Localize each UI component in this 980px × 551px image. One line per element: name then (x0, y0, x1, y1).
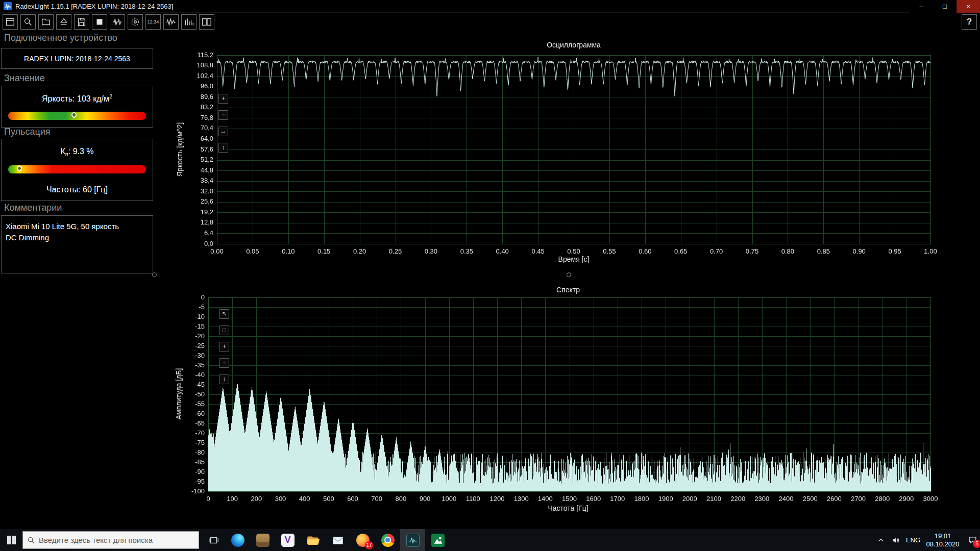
open-file-button[interactable] (38, 14, 54, 30)
stop-icon (94, 16, 105, 28)
search-button[interactable] (20, 14, 36, 30)
tray-clock[interactable]: 19:01 08.10.2020 (923, 529, 963, 551)
taskbar-app-chrome[interactable] (375, 529, 400, 551)
pulsation-value: Кп: 9.3 % (2, 147, 153, 157)
taskbar-app-radexlight[interactable] (400, 529, 425, 551)
screen: RadexLight 1.15.1 [RADEX LUPIN: 2018-12-… (0, 0, 980, 551)
pulsation-box: Кп: 9.3 % Частоты: 60 [Гц] (1, 139, 153, 201)
task-view-icon (208, 535, 219, 546)
brightness-scale-bar (8, 112, 146, 120)
spec-zoom-out-button[interactable]: − (219, 358, 229, 368)
tray-language[interactable]: ENG (903, 529, 923, 551)
edge-icon (231, 534, 244, 547)
task-view-button[interactable] (202, 529, 225, 551)
tray-chevron-button[interactable] (874, 529, 888, 551)
value-section-header: Значение (4, 73, 45, 84)
spectrum-y-axis-label: Амплитуда [дБ] (175, 368, 183, 420)
action-center-button[interactable]: 5 (963, 529, 980, 551)
oscillogram-title: Осциллограмма (217, 41, 930, 49)
toolbar: 12.34 (0, 13, 980, 31)
photos-icon (431, 534, 445, 547)
brightness-marker-icon (70, 111, 78, 118)
system-tray: ENG 19:01 08.10.2020 5 (874, 529, 980, 551)
tray-time: 19:01 (935, 532, 951, 540)
panels-layout-button[interactable] (199, 14, 214, 30)
settings-button[interactable] (128, 14, 143, 30)
search-icon (22, 16, 34, 28)
spectrum-x-axis-label: Частота [Гц] (208, 504, 928, 512)
taskbar-app-store[interactable] (250, 529, 275, 551)
device-section-header: Подключенное устройство (4, 33, 117, 43)
save-button[interactable] (74, 14, 89, 30)
waveform-button[interactable] (163, 14, 179, 30)
taskbar-apps: V 17 (225, 529, 450, 551)
eject-icon (58, 16, 69, 28)
comments-field[interactable]: Xiaomi Mi 10 Lite 5G, 50 яркость DC Dimm… (1, 215, 153, 273)
taskbar-search[interactable] (22, 531, 199, 549)
pulsation-scale-bar (8, 165, 146, 173)
comment-line: DC Dimming (6, 232, 149, 243)
start-button[interactable] (0, 529, 22, 551)
device-name: RADEX LUPIN: 2018-12-24 2563 (24, 55, 130, 63)
waveform-icon (165, 16, 177, 28)
pulsation-marker-icon (16, 165, 23, 172)
numeric-display-button[interactable]: 12.34 (145, 14, 161, 30)
taskbar-app-firefox[interactable]: 17 (350, 529, 375, 551)
stop-button[interactable] (92, 14, 107, 30)
sidebar-splitter-handle[interactable] (152, 272, 157, 277)
brightness-value: Яркость: 103 кд/м2 (2, 93, 153, 104)
close-button[interactable]: × (957, 0, 980, 13)
oscillogram-button[interactable] (110, 14, 125, 30)
spectrum-chart[interactable] (156, 282, 980, 516)
spectrum-button[interactable] (181, 14, 197, 30)
open-folder-icon (40, 16, 52, 28)
file-explorer-icon (306, 534, 320, 547)
tray-date: 08.10.2020 (926, 540, 959, 548)
gear-icon (130, 16, 141, 28)
spec-cursor-mode-button[interactable]: ↖ (219, 309, 229, 319)
tray-volume-button[interactable] (888, 529, 903, 551)
eject-button[interactable] (56, 14, 71, 30)
app-icon (4, 2, 12, 10)
window-layout-button[interactable] (3, 14, 18, 30)
spectrum-bars-icon (183, 16, 194, 28)
taskbar-app-edge[interactable] (225, 529, 250, 551)
search-input[interactable] (39, 536, 187, 544)
osc-fit-vertical-button[interactable]: ↕ (218, 143, 228, 153)
oscillogram-chart[interactable] (156, 30, 980, 269)
taskbar: V 17 (0, 529, 980, 551)
spectrum-title: Спектр (208, 286, 928, 294)
spec-select-region-button[interactable]: □ (219, 325, 229, 335)
panels-icon (201, 16, 212, 28)
taskbar-app-photos[interactable] (425, 529, 450, 551)
mail-icon (331, 534, 345, 547)
radexlight-icon (406, 534, 420, 547)
osc-fit-horizontal-button[interactable]: ↔ (218, 127, 228, 136)
taskbar-app-file-explorer[interactable] (300, 529, 325, 551)
titlebar[interactable]: RadexLight 1.15.1 [RADEX LUPIN: 2018-12-… (0, 0, 980, 13)
oscillogram-icon (112, 16, 123, 28)
chevron-up-icon (877, 537, 885, 544)
minimize-button[interactable]: – (910, 0, 933, 13)
taskbar-app-v[interactable]: V (275, 529, 300, 551)
numeric-display-icon: 12.34 (148, 19, 159, 24)
window-controls: – □ × (910, 0, 980, 13)
spec-zoom-in-button[interactable]: + (219, 342, 229, 352)
taskbar-app-mail[interactable] (325, 529, 350, 551)
charts-splitter-handle[interactable] (567, 272, 571, 277)
spec-fit-vertical-button[interactable]: ↕ (219, 374, 229, 384)
windows-logo-icon (7, 536, 16, 544)
save-icon (76, 16, 87, 28)
comment-line: Xiaomi Mi 10 Lite 5G, 50 яркость (6, 221, 149, 232)
maximize-button[interactable]: □ (933, 0, 957, 13)
window-layout-icon (5, 16, 16, 28)
oscillogram-y-axis-label: Яркость [кд/м^2] (176, 122, 184, 177)
firefox-badge: 17 (365, 541, 373, 549)
osc-zoom-in-button[interactable]: + (218, 94, 228, 104)
window-title: RadexLight 1.15.1 [RADEX LUPIN: 2018-12-… (15, 3, 173, 10)
comments-section-header: Комментарии (4, 203, 62, 213)
osc-zoom-out-button[interactable]: − (218, 110, 228, 120)
device-name-box: RADEX LUPIN: 2018-12-24 2563 (1, 48, 153, 69)
frequency-value: Частоты: 60 [Гц] (2, 185, 153, 194)
help-button[interactable]: ? (962, 14, 977, 30)
